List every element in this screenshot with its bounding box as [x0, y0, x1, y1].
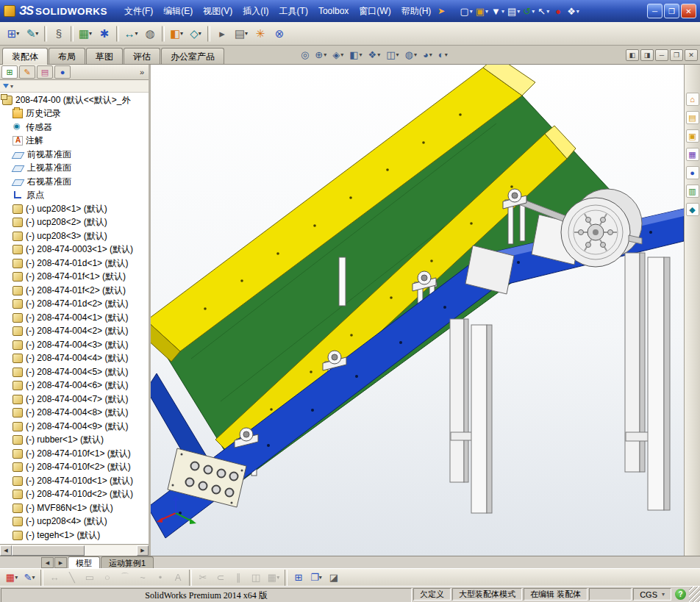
model-view[interactable] — [151, 65, 684, 556]
scrollbar-track[interactable] — [12, 545, 137, 556]
convert-entities-button[interactable]: ⊂ — [212, 570, 229, 585]
collapse-right-pane-button[interactable]: ◨ — [640, 49, 654, 61]
tree-item[interactable]: (-) 208-474-004<2> (默认) — [0, 325, 149, 339]
featuremanager-tab[interactable]: ⊞ — [1, 65, 18, 79]
tree-item[interactable]: (-) 208-474-010d<2> (默认) — [0, 488, 149, 502]
show-hidden-components-button[interactable]: ◍ — [140, 24, 160, 43]
apply-scene-button[interactable]: ◐ — [436, 47, 450, 62]
grid-settings-button[interactable]: ▦ — [3, 570, 21, 585]
smart-fasteners-button[interactable]: ✱ — [95, 24, 114, 43]
tree-item[interactable]: (-) 208-474-004<5> (默认) — [0, 365, 149, 379]
bill-of-materials-button[interactable]: ▤ — [232, 24, 251, 43]
custom-properties-icon[interactable]: ▥ — [686, 184, 699, 198]
move-component-button[interactable]: ↔ — [121, 24, 140, 43]
filter-dropdown-icon[interactable]: ▾ — [10, 83, 13, 90]
tree-item[interactable]: (-) 208-474-010f<1> (默认) — [0, 447, 149, 461]
tree-item[interactable]: (-) ucp208<2> (默认) — [0, 216, 149, 230]
tree-item[interactable]: 注解 — [0, 135, 149, 148]
configurationmanager-tab[interactable]: ▤ — [37, 65, 53, 79]
select-arrow-button[interactable]: ↖ — [536, 3, 551, 19]
print-document-button[interactable]: ▤ — [506, 3, 521, 19]
tree-item[interactable]: (-) tegeh<1> (默认) — [0, 528, 149, 542]
graphics-viewport[interactable] — [151, 65, 684, 556]
tree-item[interactable]: 原点 — [0, 189, 149, 203]
tree-item[interactable]: 上视基准面 — [0, 162, 149, 176]
line-button[interactable]: ╲ — [63, 570, 81, 585]
offset-entities-button[interactable]: ∥ — [229, 570, 247, 585]
menu-item[interactable]: 工具(T) — [274, 2, 313, 21]
undo-button[interactable]: ↺ — [521, 3, 536, 19]
forum-icon[interactable]: ◆ — [686, 203, 699, 216]
menu-item[interactable]: 视图(V) — [198, 2, 238, 21]
scroll-tabs-left-button[interactable]: ◀ — [41, 557, 54, 568]
tree-item[interactable]: (-) 208-474-01f<1> (默认) — [0, 270, 149, 284]
viewport-layout-button[interactable]: ❐ — [307, 570, 325, 585]
filter-funnel-icon[interactable] — [3, 84, 9, 91]
new-motion-study-button[interactable]: ▸ — [213, 24, 232, 43]
pin-icon[interactable]: ➤ — [438, 6, 445, 16]
file-explorer-icon[interactable]: ▣ — [686, 129, 699, 143]
display-grid-button[interactable]: ⊞ — [290, 570, 307, 585]
units-selector[interactable]: CGS▾ — [633, 588, 671, 601]
tree-item[interactable]: (-) ucp208<1> (默认) — [0, 202, 149, 216]
command-tab[interactable]: 办公室产品 — [161, 48, 224, 64]
tree-item[interactable]: 208-474-00 (默认<<默认>_外 — [0, 93, 149, 107]
text-button[interactable]: A — [169, 570, 187, 585]
display-style-button[interactable]: ◫ — [384, 47, 401, 62]
toolbar-separator[interactable] — [285, 570, 288, 586]
record-macro-button[interactable]: ● — [551, 3, 565, 19]
document-tab[interactable]: 运动算例1 — [101, 556, 154, 568]
edit-appearance-button[interactable]: ◕ — [421, 47, 435, 62]
menu-item[interactable]: 编辑(E) — [158, 2, 198, 21]
menu-item[interactable]: 帮助(H) — [396, 2, 437, 21]
options-button[interactable]: ❖ — [565, 3, 581, 19]
tree-item[interactable]: (-) rubber<1> (默认) — [0, 434, 149, 448]
menu-item[interactable]: Toolbox — [313, 3, 354, 19]
tree-item[interactable]: (-) MVF86N<1> (默认) — [0, 501, 149, 515]
toolbar-separator[interactable] — [44, 26, 47, 42]
tree-item[interactable]: (-) 208-474-01d<2> (默认) — [0, 298, 149, 312]
appearances-scenes-icon[interactable]: ● — [686, 166, 699, 179]
scroll-tabs-right-button[interactable]: ▶ — [54, 557, 67, 568]
exploded-view-button[interactable]: ✳ — [251, 24, 270, 43]
mate-button[interactable]: § — [49, 24, 68, 43]
minimize-document-button[interactable]: ─ — [655, 49, 668, 61]
tree-item[interactable]: 前视基准面 — [0, 148, 149, 162]
tree-item[interactable]: (-) 208-474-004<4> (默认) — [0, 352, 149, 366]
smart-dimension-button[interactable]: ↔ — [46, 570, 63, 585]
manager-overflow-button[interactable]: » — [137, 68, 147, 76]
toolbar-separator[interactable] — [207, 26, 210, 42]
linear-component-pattern-button[interactable]: ▦ — [76, 24, 95, 43]
toolbar-separator[interactable] — [162, 26, 165, 42]
close-button[interactable]: ✕ — [681, 4, 696, 18]
zoom-to-area-button[interactable]: ⊕ — [312, 47, 329, 62]
toolbar-separator[interactable] — [40, 570, 43, 586]
toolbar-separator[interactable] — [71, 26, 74, 42]
zoom-to-fit-button[interactable]: ◎ — [299, 47, 311, 62]
point-button[interactable]: • — [151, 570, 169, 585]
command-tab[interactable]: 评估 — [124, 48, 160, 64]
solidworks-resources-icon[interactable]: ⌂ — [686, 93, 699, 106]
displaymanager-tab[interactable]: ● — [54, 65, 71, 79]
interference-detection-button[interactable]: ⊗ — [270, 24, 289, 43]
command-tab[interactable]: 布局 — [49, 48, 85, 64]
rectangle-button[interactable]: ▭ — [81, 570, 99, 585]
command-tab[interactable]: 草图 — [86, 48, 123, 64]
tree-item[interactable]: (-) 208-474-0003<1> (默认) — [0, 243, 149, 257]
scroll-left-button[interactable]: ◀ — [0, 545, 12, 556]
toolbar-separator[interactable] — [116, 26, 119, 42]
tree-item[interactable]: (-) 208-474-010f<2> (默认) — [0, 461, 149, 475]
propertymanager-tab[interactable]: ✎ — [19, 65, 35, 79]
tree-item[interactable]: (-) 208-474-004<3> (默认) — [0, 338, 149, 352]
command-tab[interactable]: 装配体 — [2, 48, 48, 65]
scroll-right-button[interactable]: ▶ — [137, 545, 149, 556]
tree-item[interactable]: (-) ucp208<3> (默认) — [0, 229, 149, 243]
restore-document-button[interactable]: ❐ — [670, 49, 683, 61]
design-library-icon[interactable]: ▤ — [686, 111, 699, 124]
tree-item[interactable]: (-) 208-474-01f<2> (默认) — [0, 284, 149, 298]
save-document-button[interactable]: ▼ — [490, 3, 506, 19]
menu-item[interactable]: 窗口(W) — [354, 2, 396, 21]
tree-horizontal-scrollbar[interactable]: ◀ ▶ — [0, 544, 149, 556]
sketch-button[interactable]: ✎ — [21, 570, 38, 585]
insert-components-button[interactable]: ⊞ — [4, 24, 23, 43]
